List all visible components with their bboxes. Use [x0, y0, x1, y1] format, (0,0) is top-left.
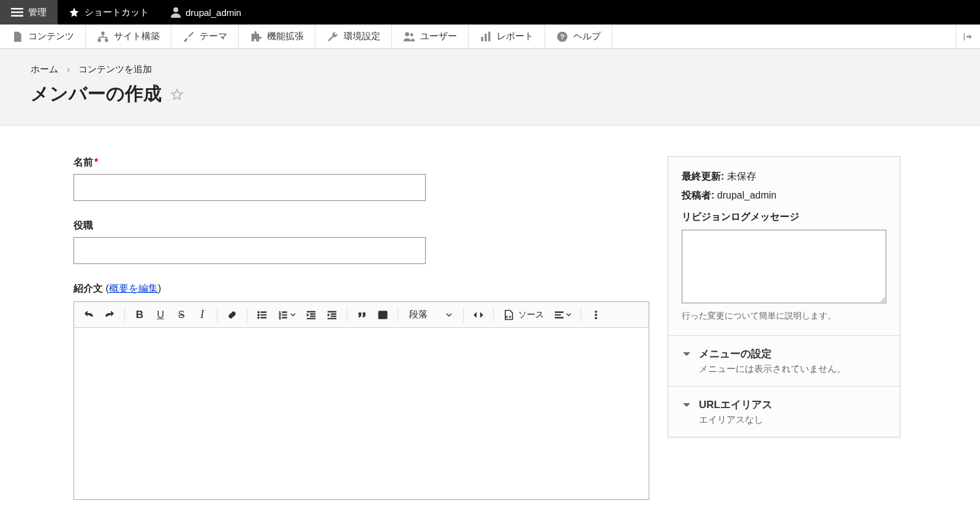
menu-people[interactable]: ユーザー [392, 25, 469, 48]
svg-point-46 [595, 317, 597, 319]
svg-point-3 [173, 7, 178, 12]
author-label: 投稿者: [682, 190, 714, 200]
favorite-star-icon[interactable] [170, 88, 184, 101]
revision-label: リビジョンログメッセージ [682, 211, 886, 224]
menu-extend-label: 機能拡張 [267, 31, 304, 42]
topbar-user[interactable]: drupal_admin [160, 0, 252, 25]
undo-button[interactable] [79, 305, 99, 325]
menu-config[interactable]: 環境設定 [315, 25, 392, 48]
toolbar-sep [581, 308, 581, 322]
page-header: ホーム › コンテンツを追加 メンバーの作成 [0, 49, 980, 126]
italic-button[interactable]: I [192, 305, 212, 325]
chevron-down-icon [566, 312, 571, 317]
topbar-manage[interactable]: 管理 [0, 0, 58, 25]
accordion-menu[interactable]: メニューの設定 メニューには表示されていません。 [668, 335, 900, 386]
position-label: 役職 [74, 219, 649, 232]
accordion-alias-title: URLエイリアス [699, 398, 772, 412]
heading-select[interactable]: 段落 [403, 305, 458, 325]
menu-extend[interactable]: 機能拡張 [239, 25, 315, 48]
menu-appearance[interactable]: テーマ [172, 25, 239, 48]
hierarchy-icon [97, 31, 109, 43]
puzzle-icon [250, 31, 262, 43]
toolbar-sep [124, 308, 125, 322]
barchart-icon [480, 31, 492, 43]
link-button[interactable] [222, 305, 242, 325]
bullet-list-button[interactable] [252, 305, 272, 325]
toolbar-sep [463, 308, 464, 322]
quote-icon [356, 309, 368, 320]
svg-rect-8 [99, 37, 107, 38]
position-input[interactable] [74, 237, 426, 264]
name-label-text: 名前 [74, 157, 93, 167]
breadcrumb-home[interactable]: ホーム [31, 64, 58, 74]
svg-text:3: 3 [279, 316, 281, 319]
more-button[interactable] [586, 305, 606, 325]
form-column: 名前* 役職 紹介文 (概要を編集) B U S I [74, 156, 649, 511]
outdent-icon [306, 309, 317, 320]
topbar-shortcut[interactable]: ショートカット [58, 0, 160, 25]
redo-button[interactable] [100, 305, 119, 325]
strike-button[interactable]: S [172, 305, 191, 325]
svg-text:?: ? [560, 32, 564, 40]
source-button[interactable]: ソース [499, 309, 548, 321]
svg-rect-4 [102, 31, 105, 34]
svg-point-19 [258, 311, 260, 313]
svg-point-44 [595, 311, 597, 312]
svg-rect-33 [311, 316, 315, 317]
breadcrumb-add[interactable]: コンテンツを追加 [78, 64, 152, 74]
edit-summary-link[interactable]: 概要を編集 [109, 283, 158, 293]
chevron-down-icon [682, 400, 692, 410]
menu-collapse[interactable] [956, 25, 980, 48]
menu-content[interactable]: コンテンツ [0, 25, 86, 48]
toolbar-sep [398, 308, 398, 322]
menu-icon [11, 8, 23, 17]
editor-body[interactable] [74, 328, 649, 499]
link-icon [227, 309, 238, 320]
code-button[interactable] [469, 305, 488, 325]
chevron-down-icon [446, 312, 452, 318]
name-input[interactable] [74, 174, 426, 201]
svg-rect-43 [555, 317, 564, 318]
align-button[interactable] [549, 305, 576, 325]
undo-icon [83, 309, 94, 320]
main-content: 名前* 役職 紹介文 (概要を編集) B U S I [0, 126, 980, 511]
menu-content-label: コンテンツ [28, 31, 74, 42]
svg-rect-6 [105, 39, 108, 42]
blockquote-button[interactable] [352, 305, 372, 325]
svg-rect-7 [102, 34, 104, 36]
svg-rect-0 [11, 8, 23, 10]
outdent-button[interactable] [301, 305, 321, 325]
svg-rect-24 [261, 317, 266, 318]
underline-button[interactable]: U [151, 305, 170, 325]
svg-rect-31 [307, 311, 315, 312]
brush-icon [183, 31, 195, 43]
revision-textarea[interactable] [682, 230, 886, 303]
last-updated-label: 最終更新: [682, 171, 724, 181]
menu-structure[interactable]: サイト構築 [86, 25, 172, 48]
svg-rect-18 [963, 33, 965, 40]
menu-reports[interactable]: レポート [469, 25, 545, 48]
wrench-icon [326, 31, 339, 43]
number-list-button[interactable]: 123 [273, 305, 300, 325]
intro-label: 紹介文 (概要を編集) [74, 283, 161, 293]
toolbar-sep [347, 308, 347, 322]
image-button[interactable] [373, 305, 393, 325]
more-icon [590, 309, 601, 320]
svg-point-21 [258, 314, 260, 316]
svg-point-12 [410, 33, 413, 36]
page-title: メンバーの作成 [31, 81, 162, 107]
svg-rect-13 [481, 37, 483, 42]
image-icon [377, 309, 388, 320]
accordion-menu-sub: メニューには表示されていません。 [699, 363, 846, 375]
svg-rect-2 [11, 15, 23, 17]
last-updated: 最終更新: 未保存 [682, 170, 886, 183]
indent-button[interactable] [322, 305, 342, 325]
accordion-alias[interactable]: URLエイリアス エイリアスなし [668, 386, 900, 437]
svg-rect-22 [261, 314, 266, 316]
chevron-down-icon [682, 349, 692, 359]
topbar-shortcut-label: ショートカット [85, 7, 149, 18]
menu-help[interactable]: ? ヘルプ [545, 25, 612, 48]
sidebar: 最終更新: 未保存 投稿者: drupal_admin リビジョンログメッセージ… [668, 156, 900, 437]
italic-icon: I [200, 308, 204, 321]
bold-button[interactable]: B [130, 305, 149, 325]
